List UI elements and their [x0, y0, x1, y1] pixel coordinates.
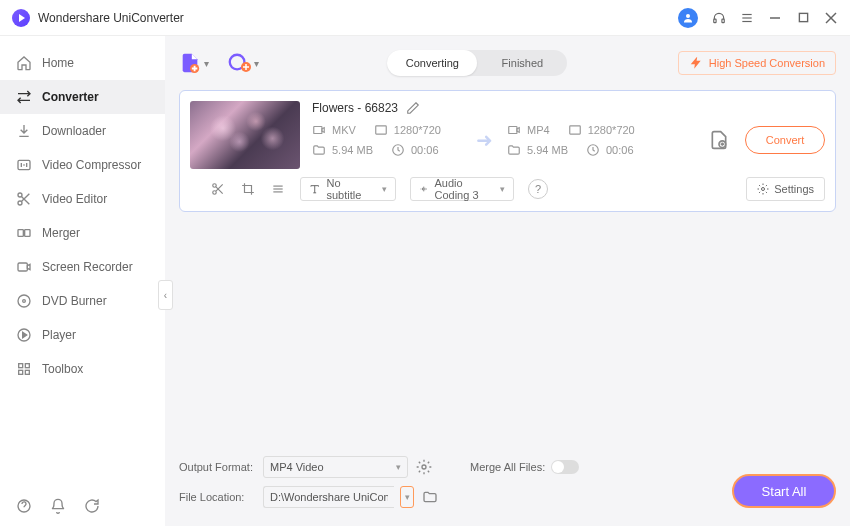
svg-rect-2 [722, 19, 724, 23]
gear-icon [757, 183, 769, 195]
app-logo [12, 9, 30, 27]
lightning-icon [689, 56, 703, 70]
tab-converting[interactable]: Converting [387, 50, 477, 76]
menu-icon[interactable] [740, 11, 754, 25]
svg-rect-15 [18, 263, 27, 271]
trim-icon[interactable] [210, 182, 226, 196]
svg-rect-21 [19, 370, 23, 374]
subtitle-icon [309, 183, 320, 195]
high-speed-label: High Speed Conversion [709, 57, 825, 69]
add-file-button[interactable]: ▾ [179, 52, 209, 74]
more-icon[interactable] [270, 182, 286, 196]
video-thumbnail[interactable] [190, 101, 300, 169]
sidebar-item-label: Player [42, 328, 76, 342]
sidebar-item-label: Downloader [42, 124, 106, 138]
dst-format: MP4 [527, 124, 550, 136]
sidebar-item-merger[interactable]: Merger [0, 216, 165, 250]
help-icon[interactable] [16, 498, 32, 514]
file-location-select[interactable]: D:\Wondershare UniConverter [263, 486, 394, 508]
merger-icon [16, 225, 32, 241]
sidebar-item-label: Screen Recorder [42, 260, 133, 274]
user-avatar-icon[interactable] [678, 8, 698, 28]
sidebar-item-player[interactable]: Player [0, 318, 165, 352]
sidebar-item-downloader[interactable]: Downloader [0, 114, 165, 148]
convert-button[interactable]: Convert [745, 126, 825, 154]
tab-finished[interactable]: Finished [477, 50, 567, 76]
minimize-button[interactable] [768, 11, 782, 25]
file-card: Flowers - 66823 MKV 1280*720 5.94 MB 00:… [179, 90, 836, 212]
svg-rect-28 [376, 126, 387, 134]
arrow-right-icon: ➜ [470, 128, 499, 152]
play-icon [16, 327, 32, 343]
format-settings-icon[interactable] [416, 459, 432, 475]
chevron-down-icon: ▾ [382, 184, 387, 194]
subtitle-value: No subtitle [326, 177, 376, 201]
file-location-label: File Location: [179, 491, 255, 503]
audio-icon [419, 183, 428, 195]
svg-rect-31 [569, 126, 580, 134]
feedback-icon[interactable] [84, 498, 100, 514]
resolution-icon [374, 123, 388, 137]
folder-icon [312, 143, 326, 157]
content-area: ▾ ▾ Converting Finished High Speed Conve… [165, 36, 850, 526]
recorder-icon [16, 259, 32, 275]
audio-select[interactable]: Audio Coding 3 ▾ [410, 177, 514, 201]
svg-point-11 [18, 193, 22, 197]
titlebar: Wondershare UniConverter [0, 0, 850, 36]
svg-point-34 [213, 184, 217, 188]
output-format-select[interactable]: MP4 Video ▾ [263, 456, 408, 478]
video-icon [312, 123, 326, 137]
subtitle-select[interactable]: No subtitle ▾ [300, 177, 396, 201]
svg-point-12 [18, 201, 22, 205]
bell-icon[interactable] [50, 498, 66, 514]
compressor-icon [16, 157, 32, 173]
sidebar-item-home[interactable]: Home [0, 46, 165, 80]
dst-size: 5.94 MB [527, 144, 568, 156]
app-title: Wondershare UniConverter [38, 11, 678, 25]
svg-point-40 [422, 465, 426, 469]
sidebar-item-label: DVD Burner [42, 294, 107, 308]
svg-point-39 [762, 188, 765, 191]
info-icon[interactable]: ? [528, 179, 548, 199]
open-folder-icon[interactable] [422, 489, 438, 505]
clock-icon [586, 143, 600, 157]
maximize-button[interactable] [796, 11, 810, 25]
edit-name-icon[interactable] [406, 101, 420, 115]
sidebar-item-label: Converter [42, 90, 99, 104]
home-icon [16, 55, 32, 71]
video-icon [507, 123, 521, 137]
svg-rect-22 [25, 370, 29, 374]
file-name: Flowers - 66823 [312, 101, 398, 115]
sidebar-item-toolbox[interactable]: Toolbox [0, 352, 165, 386]
svg-rect-30 [509, 127, 517, 134]
location-dropdown-button[interactable]: ▾ [400, 486, 414, 508]
disc-icon [16, 293, 32, 309]
sidebar-item-label: Toolbox [42, 362, 83, 376]
high-speed-button[interactable]: High Speed Conversion [678, 51, 836, 75]
src-format: MKV [332, 124, 356, 136]
svg-point-35 [213, 191, 217, 195]
output-settings-icon[interactable] [701, 130, 737, 150]
src-size: 5.94 MB [332, 144, 373, 156]
sidebar-item-dvd[interactable]: DVD Burner [0, 284, 165, 318]
merge-toggle[interactable] [551, 460, 579, 474]
file-location-value: D:\Wondershare UniConverter [270, 491, 388, 503]
sidebar-item-converter[interactable]: Converter [0, 80, 165, 114]
add-url-button[interactable]: ▾ [227, 52, 259, 74]
dst-duration: 00:06 [606, 144, 634, 156]
svg-rect-27 [314, 127, 322, 134]
sidebar-item-compressor[interactable]: Video Compressor [0, 148, 165, 182]
audio-value: Audio Coding 3 [434, 177, 494, 201]
close-button[interactable] [824, 11, 838, 25]
sidebar-item-recorder[interactable]: Screen Recorder [0, 250, 165, 284]
item-settings-button[interactable]: Settings [746, 177, 825, 201]
output-format-label: Output Format: [179, 461, 255, 473]
sidebar-item-label: Home [42, 56, 74, 70]
start-all-button[interactable]: Start All [732, 474, 836, 508]
crop-icon[interactable] [240, 182, 256, 196]
clock-icon [391, 143, 405, 157]
sidebar-item-editor[interactable]: Video Editor [0, 182, 165, 216]
headphones-icon[interactable] [712, 11, 726, 25]
grid-icon [16, 361, 32, 377]
svg-rect-7 [799, 13, 807, 21]
